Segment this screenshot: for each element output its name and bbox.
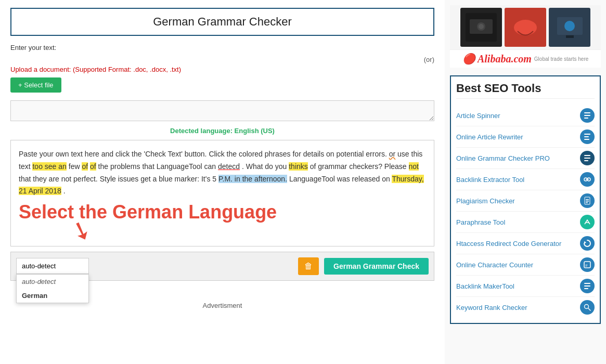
- sample-text-paragraph: Paste your own text here and click the '…: [19, 148, 426, 198]
- select-file-button[interactable]: Select file: [10, 77, 61, 93]
- alibaba-bar: 🔴 Alibaba.com Global trade starts here: [450, 49, 601, 68]
- online-article-rewriter-icon: [580, 129, 595, 144]
- online-character-counter-icon: #: [580, 257, 595, 272]
- online-grammar-checker-pro-icon: [580, 151, 595, 165]
- svg-rect-10: [584, 112, 590, 113]
- svg-rect-15: [584, 139, 589, 140]
- product3-image: [553, 13, 587, 42]
- or-label: (or): [10, 56, 434, 63]
- svg-rect-24: [586, 201, 589, 202]
- trash-button[interactable]: 🗑: [298, 257, 319, 275]
- svg-rect-9: [566, 35, 574, 38]
- seo-tool-backlink-extractor-tool[interactable]: Backlink Extractor Tool: [456, 169, 595, 190]
- svg-rect-12: [584, 118, 588, 119]
- seo-tool-name-backlink-extractor-tool: Backlink Extractor Tool: [456, 176, 580, 184]
- language-dropdown: auto-detect German: [16, 274, 89, 303]
- paraphrase-tool-icon: [580, 215, 595, 229]
- svg-point-8: [564, 21, 575, 31]
- seo-tool-name-htaccess-redirect-code-generator: Htaccess Redirect Code Generator: [456, 240, 580, 248]
- seo-tool-online-grammar-checker-pro[interactable]: Online Grammar Checker PRO: [456, 148, 595, 169]
- seo-tool-name-plagiarism-checker: Plagiarism Checker: [456, 197, 580, 205]
- ad-products: [450, 5, 601, 49]
- seo-tool-backlink-maker-tool[interactable]: Backlink MakerTool: [456, 276, 595, 297]
- bottom-bar: auto-detect German 🗑 German Grammar Chec…: [10, 252, 434, 281]
- arrow-area: ➘: [19, 223, 426, 238]
- upload-label: Upload a document: (Supported Format: .d…: [10, 66, 434, 73]
- main-content: German Grammar Checker Enter your text: …: [0, 0, 445, 364]
- article-spinner-icon: [580, 108, 595, 123]
- language-select[interactable]: auto-detect German: [16, 258, 89, 274]
- text-input[interactable]: [10, 100, 434, 121]
- seo-tool-htaccess-redirect-code-generator[interactable]: Htaccess Redirect Code Generator: [456, 233, 595, 254]
- seo-tool-plagiarism-checker[interactable]: Plagiarism Checker: [456, 190, 595, 212]
- text-display-box: Paste your own text here and click the '…: [10, 140, 434, 246]
- alibaba-logo: 🔴 Alibaba.com: [462, 53, 532, 65]
- backlink-extractor-tool-icon: [580, 172, 595, 187]
- product2-image: [507, 13, 544, 42]
- keyword-rank-checker-icon: [580, 300, 595, 315]
- svg-rect-17: [584, 158, 590, 159]
- svg-rect-25: [586, 202, 588, 203]
- seo-tools-title: Best SEO Tools: [456, 82, 595, 99]
- detected-language: Detected language: English (US): [10, 127, 434, 135]
- sidebar: 🔴 Alibaba.com Global trade starts here B…: [445, 0, 606, 364]
- seo-tool-keyword-rank-checker[interactable]: Keyword Rank Checker: [456, 297, 595, 318]
- seo-tool-name-article-spinner: Article Spinner: [456, 112, 580, 120]
- seo-tool-name-online-article-rewriter: Online Article Rewriter: [456, 133, 580, 141]
- svg-rect-23: [586, 199, 589, 200]
- dropdown-item-auto-detect[interactable]: auto-detect: [17, 275, 88, 289]
- grammar-check-button[interactable]: German Grammar Check: [324, 258, 429, 275]
- svg-text:#: #: [585, 263, 588, 268]
- svg-rect-31: [584, 285, 590, 287]
- seo-tools-box: Best SEO Tools Article Spinner Online Ar…: [450, 75, 601, 324]
- svg-rect-11: [584, 115, 590, 116]
- seo-tool-paraphrase-tool[interactable]: Paraphrase Tool: [456, 212, 595, 233]
- seo-tool-article-spinner[interactable]: Article Spinner: [456, 105, 595, 126]
- seo-tool-online-character-counter[interactable]: Online Character Counter #: [456, 254, 595, 276]
- htaccess-redirect-code-generator-icon: [580, 236, 595, 251]
- enter-text-label: Enter your text:: [10, 44, 434, 51]
- svg-marker-27: [584, 241, 586, 244]
- page-title-box: German Grammar Checker: [10, 8, 434, 36]
- plagiarism-checker-icon: [580, 193, 595, 208]
- svg-rect-18: [584, 160, 588, 161]
- ad-product-3: [549, 8, 590, 47]
- ad-product-2: [505, 8, 546, 47]
- seo-tool-name-keyword-rank-checker: Keyword Rank Checker: [456, 304, 580, 311]
- product1-image: [466, 13, 497, 42]
- svg-point-3: [479, 24, 484, 29]
- seo-tool-name-online-character-counter: Online Character Counter: [456, 261, 580, 269]
- svg-point-33: [585, 305, 589, 309]
- ad-banner: 🔴 Alibaba.com Global trade starts here: [450, 5, 601, 68]
- dropdown-item-german[interactable]: German: [17, 289, 88, 303]
- svg-point-5: [514, 20, 537, 35]
- page-title: German Grammar Checker: [22, 15, 423, 29]
- ad-product-1: [460, 8, 502, 47]
- seo-tool-online-article-rewriter[interactable]: Online Article Rewriter: [456, 126, 595, 148]
- svg-line-34: [588, 308, 590, 310]
- svg-rect-16: [584, 155, 590, 156]
- alibaba-tagline: Global trade starts here: [534, 56, 589, 62]
- backlink-maker-tool-icon: [580, 279, 595, 293]
- svg-rect-30: [584, 283, 590, 284]
- seo-tool-name-backlink-maker-tool: Backlink MakerTool: [456, 282, 580, 290]
- seo-tool-name-paraphrase-tool: Paraphrase Tool: [456, 218, 580, 226]
- seo-tool-name-online-grammar-checker-pro: Online Grammar Checker PRO: [456, 154, 580, 162]
- svg-rect-13: [584, 134, 590, 135]
- svg-rect-14: [584, 136, 589, 137]
- svg-rect-32: [584, 288, 588, 289]
- language-select-wrapper: auto-detect German: [16, 258, 89, 274]
